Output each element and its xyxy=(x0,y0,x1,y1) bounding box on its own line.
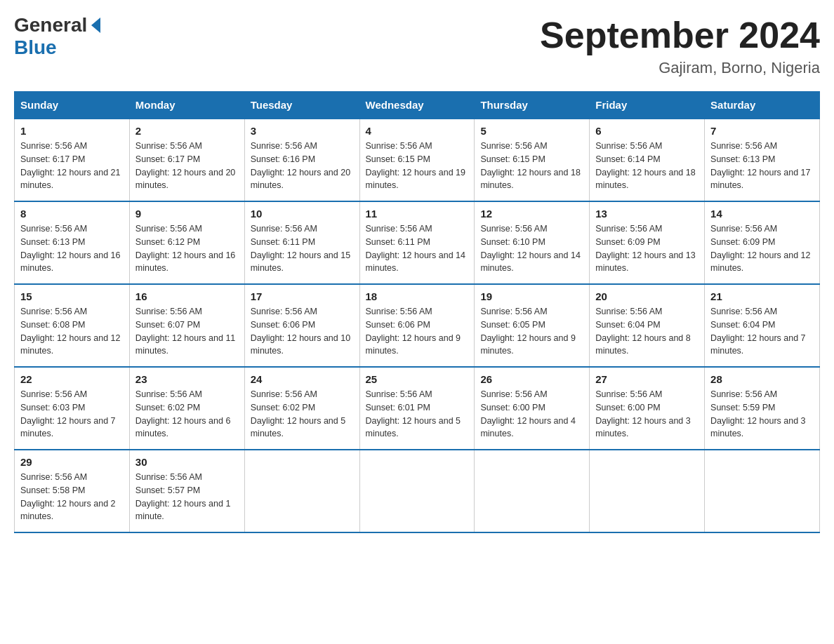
table-row: 11Sunrise: 5:56 AMSunset: 6:11 PMDayligh… xyxy=(359,201,475,284)
logo-general-text: General xyxy=(14,14,87,36)
day-info: Sunrise: 5:56 AMSunset: 6:14 PMDaylight:… xyxy=(595,140,699,192)
table-row: 16Sunrise: 5:56 AMSunset: 6:07 PMDayligh… xyxy=(129,284,244,367)
header-thursday: Thursday xyxy=(475,92,590,119)
day-number: 1 xyxy=(20,125,124,137)
table-row: 3Sunrise: 5:56 AMSunset: 6:16 PMDaylight… xyxy=(244,119,359,201)
day-number: 26 xyxy=(480,373,583,385)
table-row: 20Sunrise: 5:56 AMSunset: 6:04 PMDayligh… xyxy=(590,284,705,367)
table-row: 30Sunrise: 5:56 AMSunset: 5:57 PMDayligh… xyxy=(129,450,244,532)
table-row: 29Sunrise: 5:56 AMSunset: 5:58 PMDayligh… xyxy=(15,450,130,532)
day-number: 8 xyxy=(20,208,124,220)
day-info: Sunrise: 5:56 AMSunset: 5:58 PMDaylight:… xyxy=(20,471,124,523)
day-number: 28 xyxy=(710,373,814,385)
day-info: Sunrise: 5:56 AMSunset: 5:57 PMDaylight:… xyxy=(135,471,239,523)
day-info: Sunrise: 5:56 AMSunset: 6:01 PMDaylight:… xyxy=(366,388,469,441)
day-info: Sunrise: 5:56 AMSunset: 6:00 PMDaylight:… xyxy=(595,388,699,441)
table-row: 13Sunrise: 5:56 AMSunset: 6:09 PMDayligh… xyxy=(590,201,705,284)
table-row: 15Sunrise: 5:56 AMSunset: 6:08 PMDayligh… xyxy=(15,284,130,367)
day-number: 20 xyxy=(595,290,699,302)
calendar-subtitle: Gajiram, Borno, Nigeria xyxy=(540,59,820,77)
day-info: Sunrise: 5:56 AMSunset: 6:09 PMDaylight:… xyxy=(710,222,814,275)
table-row: 17Sunrise: 5:56 AMSunset: 6:06 PMDayligh… xyxy=(244,284,359,367)
table-row: 19Sunrise: 5:56 AMSunset: 6:05 PMDayligh… xyxy=(475,284,590,367)
day-number: 15 xyxy=(20,290,124,302)
table-row: 26Sunrise: 5:56 AMSunset: 6:00 PMDayligh… xyxy=(475,367,590,450)
day-info: Sunrise: 5:56 AMSunset: 6:06 PMDaylight:… xyxy=(366,305,469,358)
day-number: 21 xyxy=(710,290,814,302)
day-info: Sunrise: 5:56 AMSunset: 6:15 PMDaylight:… xyxy=(480,140,583,192)
day-info: Sunrise: 5:56 AMSunset: 6:13 PMDaylight:… xyxy=(20,222,124,275)
day-number: 24 xyxy=(251,373,354,385)
day-info: Sunrise: 5:56 AMSunset: 6:04 PMDaylight:… xyxy=(710,305,814,358)
day-number: 7 xyxy=(710,125,814,137)
table-row: 8Sunrise: 5:56 AMSunset: 6:13 PMDaylight… xyxy=(15,201,130,284)
day-number: 4 xyxy=(366,125,469,137)
day-info: Sunrise: 5:56 AMSunset: 6:17 PMDaylight:… xyxy=(135,140,239,192)
table-row: 7Sunrise: 5:56 AMSunset: 6:13 PMDaylight… xyxy=(705,119,820,201)
day-info: Sunrise: 5:56 AMSunset: 5:59 PMDaylight:… xyxy=(710,388,814,441)
header-monday: Monday xyxy=(129,92,244,119)
table-row xyxy=(359,450,475,532)
day-info: Sunrise: 5:56 AMSunset: 6:07 PMDaylight:… xyxy=(135,305,239,358)
day-number: 17 xyxy=(251,290,354,302)
calendar-title: September 2024 xyxy=(540,14,820,56)
day-info: Sunrise: 5:56 AMSunset: 6:05 PMDaylight:… xyxy=(480,305,583,358)
day-number: 16 xyxy=(135,290,239,302)
header-tuesday: Tuesday xyxy=(244,92,359,119)
day-number: 19 xyxy=(480,290,583,302)
table-row xyxy=(244,450,359,532)
header-wednesday: Wednesday xyxy=(359,92,475,119)
day-info: Sunrise: 5:56 AMSunset: 6:04 PMDaylight:… xyxy=(595,305,699,358)
day-info: Sunrise: 5:56 AMSunset: 6:11 PMDaylight:… xyxy=(251,222,354,275)
table-row: 10Sunrise: 5:56 AMSunset: 6:11 PMDayligh… xyxy=(244,201,359,284)
day-number: 18 xyxy=(366,290,469,302)
table-row: 25Sunrise: 5:56 AMSunset: 6:01 PMDayligh… xyxy=(359,367,475,450)
logo-blue-text: Blue xyxy=(14,36,57,59)
title-block: September 2024 Gajiram, Borno, Nigeria xyxy=(540,14,820,77)
header-sunday: Sunday xyxy=(15,92,130,119)
day-number: 27 xyxy=(595,373,699,385)
day-number: 29 xyxy=(20,456,124,468)
table-row: 23Sunrise: 5:56 AMSunset: 6:02 PMDayligh… xyxy=(129,367,244,450)
table-row xyxy=(705,450,820,532)
day-info: Sunrise: 5:56 AMSunset: 6:03 PMDaylight:… xyxy=(20,388,124,441)
day-number: 25 xyxy=(366,373,469,385)
table-row: 14Sunrise: 5:56 AMSunset: 6:09 PMDayligh… xyxy=(705,201,820,284)
day-number: 13 xyxy=(595,208,699,220)
calendar-table: Sunday Monday Tuesday Wednesday Thursday… xyxy=(14,91,820,533)
day-info: Sunrise: 5:56 AMSunset: 6:00 PMDaylight:… xyxy=(480,388,583,441)
day-number: 23 xyxy=(135,373,239,385)
table-row: 5Sunrise: 5:56 AMSunset: 6:15 PMDaylight… xyxy=(475,119,590,201)
table-row: 1Sunrise: 5:56 AMSunset: 6:17 PMDaylight… xyxy=(15,119,130,201)
table-row: 27Sunrise: 5:56 AMSunset: 6:00 PMDayligh… xyxy=(590,367,705,450)
day-number: 14 xyxy=(710,208,814,220)
logo: General Blue xyxy=(14,14,100,59)
day-info: Sunrise: 5:56 AMSunset: 6:16 PMDaylight:… xyxy=(251,140,354,192)
day-info: Sunrise: 5:56 AMSunset: 6:02 PMDaylight:… xyxy=(251,388,354,441)
table-row: 22Sunrise: 5:56 AMSunset: 6:03 PMDayligh… xyxy=(15,367,130,450)
day-number: 9 xyxy=(135,208,239,220)
day-number: 11 xyxy=(366,208,469,220)
table-row: 4Sunrise: 5:56 AMSunset: 6:15 PMDaylight… xyxy=(359,119,475,201)
day-number: 30 xyxy=(135,456,239,468)
day-info: Sunrise: 5:56 AMSunset: 6:12 PMDaylight:… xyxy=(135,222,239,275)
day-info: Sunrise: 5:56 AMSunset: 6:15 PMDaylight:… xyxy=(366,140,469,192)
day-number: 6 xyxy=(595,125,699,137)
day-number: 22 xyxy=(20,373,124,385)
table-row: 2Sunrise: 5:56 AMSunset: 6:17 PMDaylight… xyxy=(129,119,244,201)
weekday-header-row: Sunday Monday Tuesday Wednesday Thursday… xyxy=(15,92,820,119)
day-info: Sunrise: 5:56 AMSunset: 6:08 PMDaylight:… xyxy=(20,305,124,358)
day-number: 2 xyxy=(135,125,239,137)
day-info: Sunrise: 5:56 AMSunset: 6:10 PMDaylight:… xyxy=(480,222,583,275)
day-info: Sunrise: 5:56 AMSunset: 6:13 PMDaylight:… xyxy=(710,140,814,192)
day-info: Sunrise: 5:56 AMSunset: 6:02 PMDaylight:… xyxy=(135,388,239,441)
day-info: Sunrise: 5:56 AMSunset: 6:09 PMDaylight:… xyxy=(595,222,699,275)
day-number: 5 xyxy=(480,125,583,137)
day-number: 10 xyxy=(251,208,354,220)
table-row: 21Sunrise: 5:56 AMSunset: 6:04 PMDayligh… xyxy=(705,284,820,367)
table-row: 18Sunrise: 5:56 AMSunset: 6:06 PMDayligh… xyxy=(359,284,475,367)
day-number: 12 xyxy=(480,208,583,220)
table-row xyxy=(590,450,705,532)
day-info: Sunrise: 5:56 AMSunset: 6:17 PMDaylight:… xyxy=(20,140,124,192)
day-info: Sunrise: 5:56 AMSunset: 6:06 PMDaylight:… xyxy=(251,305,354,358)
